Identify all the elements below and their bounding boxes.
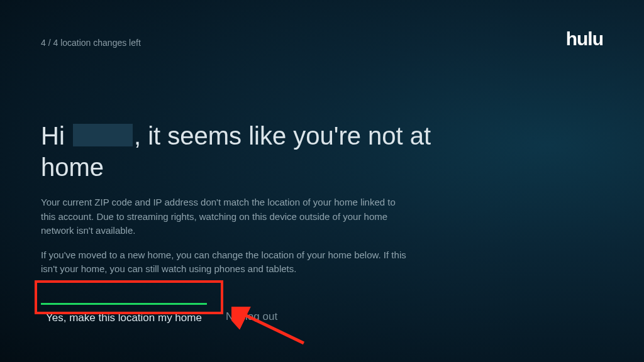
hulu-logo: hulu [566, 28, 603, 50]
body-paragraph-1: Your current ZIP code and IP address don… [41, 195, 409, 238]
button-row: Yes, make this location my home No, log … [41, 303, 603, 331]
body-paragraph-2: If you've moved to a new home, you can c… [41, 248, 409, 277]
make-home-button[interactable]: Yes, make this location my home [41, 303, 207, 331]
greeting-prefix: Hi [41, 122, 65, 150]
page-title: Hi , it seems like you're not at home [41, 120, 450, 183]
logout-button[interactable]: No, log out [226, 310, 277, 323]
hulu-logo-text: hulu [566, 28, 603, 49]
user-name-redacted [73, 124, 133, 146]
location-changes-status: 4 / 4 location changes left [41, 38, 603, 48]
